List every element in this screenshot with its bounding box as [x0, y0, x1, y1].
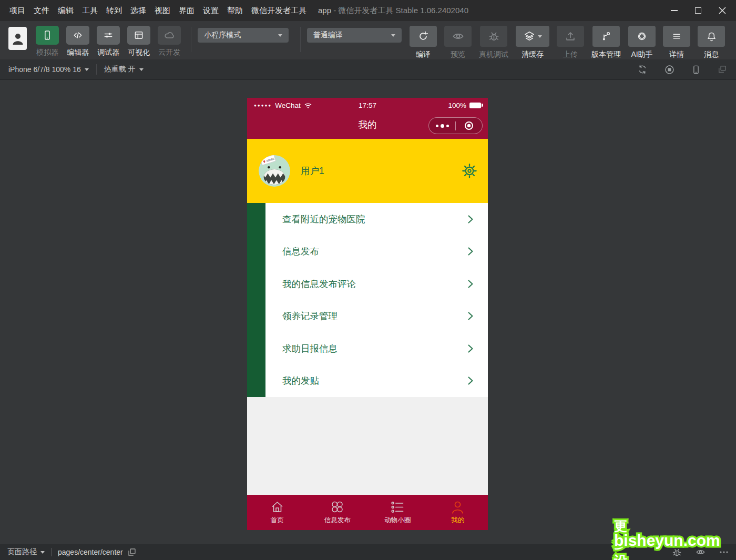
toggle-visualizer[interactable]: 可视化: [127, 26, 150, 57]
device-selector[interactable]: iPhone 6/7/8 100% 16: [8, 65, 89, 74]
compile-button[interactable]: 编译: [410, 26, 437, 59]
stop-record-icon[interactable]: [664, 64, 675, 75]
hot-reload-selector[interactable]: 热重载 开: [104, 65, 144, 74]
code-icon: [66, 26, 89, 45]
simulator-phone-icon: [36, 26, 59, 45]
device-bar-divider: [96, 64, 97, 75]
status-bar: 页面路径 pages/center/center: [0, 544, 736, 560]
eye-icon: [444, 26, 472, 47]
profile-menu: 查看附近的宠物医院 信息发布 我的信息发布评论 领养记录管理 求助日报信息 我的…: [247, 203, 488, 397]
remote-debug-button[interactable]: 真机调试: [479, 26, 508, 59]
more-dots-icon[interactable]: [719, 551, 729, 554]
sliders-icon: [97, 26, 120, 45]
toggle-debugger[interactable]: 调试器: [97, 26, 120, 57]
battery-icon: [469, 103, 481, 108]
more-options-button[interactable]: [429, 124, 455, 128]
maximize-icon[interactable]: [694, 6, 702, 15]
clock-label: 17:57: [359, 101, 376, 109]
current-page-path: pages/center/center: [58, 548, 123, 556]
battery-percent: 100%: [448, 101, 466, 109]
upload-button[interactable]: 上传: [557, 26, 584, 59]
preview-button[interactable]: 预览: [444, 26, 472, 59]
toggle-editor[interactable]: 编辑器: [66, 26, 89, 57]
compile-mode-dropdown[interactable]: 普通编译: [307, 28, 402, 43]
wifi-icon: [304, 102, 312, 109]
close-icon[interactable]: [718, 6, 727, 15]
chevron-right-icon: [466, 247, 475, 256]
tab-info-publish[interactable]: 信息发布: [308, 495, 368, 530]
chevron-down-icon: [85, 68, 89, 71]
chevron-right-icon: [466, 279, 475, 289]
toggle-simulator[interactable]: 模拟器: [36, 26, 59, 57]
menu-item-info-publish[interactable]: 信息发布: [265, 236, 488, 268]
menu-goto[interactable]: 转到: [106, 6, 122, 16]
clear-cache-button[interactable]: 清缓存: [516, 26, 549, 59]
menu-view[interactable]: 视图: [155, 6, 170, 16]
tab-home[interactable]: 首页: [247, 495, 308, 530]
tab-animal-circle[interactable]: 动物小圈: [367, 495, 428, 530]
menu-help[interactable]: 帮助: [227, 6, 243, 16]
menu-settings[interactable]: 设置: [203, 6, 219, 16]
ai-knot-icon: [628, 26, 656, 47]
menu-devtools[interactable]: 微信开发者工具: [251, 6, 306, 16]
mode-dropdown[interactable]: 小程序模式: [198, 28, 289, 43]
ai-assistant-button[interactable]: AI助手: [628, 26, 656, 59]
rotate-icon[interactable]: [637, 64, 648, 75]
username-label: 用户1: [301, 165, 324, 177]
messages-button[interactable]: 消息: [698, 26, 725, 59]
minimize-icon[interactable]: [670, 6, 678, 15]
menu-item-my-posts[interactable]: 我的发贴: [265, 365, 488, 398]
menu-item-pet-hospitals[interactable]: 查看附近的宠物医院: [265, 203, 488, 236]
menu-edit[interactable]: 编辑: [58, 6, 74, 16]
tab-mine[interactable]: 我的: [428, 495, 488, 530]
menu-item-help-daily-info[interactable]: 求助日报信息: [265, 332, 488, 365]
clover-icon: [330, 500, 344, 514]
chevron-down-icon: [278, 34, 282, 37]
status-bar-divider: [51, 548, 52, 556]
status-bar-icons: [672, 547, 729, 557]
list-icon: [390, 501, 405, 514]
git-branch-icon: [592, 26, 620, 47]
phone-status-bar: ●●●●● WeChat 17:57 100%: [247, 98, 488, 113]
menu-tools[interactable]: 工具: [82, 6, 98, 16]
chevron-down-icon: [391, 34, 395, 37]
menu-file[interactable]: 文件: [34, 6, 49, 16]
page-path-selector[interactable]: 页面路径: [7, 547, 45, 557]
settings-gear-icon[interactable]: [462, 164, 477, 178]
green-side-stripe: [247, 203, 265, 397]
signal-dots: ●●●●●: [254, 103, 272, 108]
menu-item-adoption-records[interactable]: 领养记录管理: [265, 300, 488, 333]
user-avatar[interactable]: xmas: [258, 155, 291, 187]
menu-select[interactable]: 选择: [130, 6, 146, 16]
phone-device-icon[interactable]: [691, 64, 701, 75]
menu-bar: 项目 文件 编辑 工具 转到 选择 视图 界面 设置 帮助 微信开发者工具: [9, 6, 306, 16]
project-name: app: [318, 6, 331, 15]
details-button[interactable]: 详情: [663, 26, 690, 59]
bug-icon[interactable]: [672, 547, 682, 557]
person-icon: [12, 32, 24, 45]
toolbar: 模拟器 编辑器 调试器 可视化 云开发 小程序模式 普通编译: [0, 21, 736, 59]
version-control-button[interactable]: 版本管理: [591, 26, 621, 59]
toolbar-divider-2: [300, 27, 301, 52]
phone-nav-bar: 我的: [247, 113, 488, 139]
exit-mini-program-button[interactable]: [456, 120, 482, 131]
layers-icon: [516, 26, 549, 47]
menu-interface[interactable]: 界面: [179, 6, 195, 16]
cloud-icon: [158, 26, 181, 45]
user-avatar-button[interactable]: [8, 27, 27, 50]
eye-icon[interactable]: [696, 548, 706, 556]
toolbar-right-group: 上传 版本管理 AI助手 详情 消息: [553, 26, 729, 59]
dot-icon: [436, 125, 438, 127]
multi-window-icon[interactable]: [717, 64, 728, 75]
chevron-right-icon: [466, 376, 475, 385]
device-bar-icons: [637, 64, 728, 75]
copy-icon[interactable]: [128, 548, 136, 556]
menu-project[interactable]: 项目: [9, 6, 25, 16]
profile-header: xmas 用户1: [247, 139, 488, 203]
dot-icon: [446, 125, 449, 127]
chevron-right-icon: [466, 344, 475, 353]
toolbar-divider: [191, 27, 191, 52]
toggle-cloud-dev[interactable]: 云开发: [158, 26, 181, 57]
bug-icon: [480, 26, 507, 47]
menu-item-my-comments[interactable]: 我的信息发布评论: [265, 268, 488, 300]
